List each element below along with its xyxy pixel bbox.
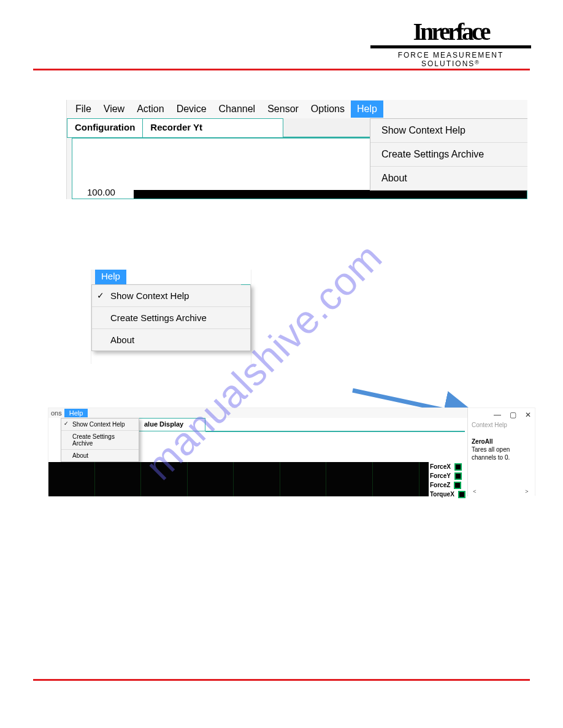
menu-action[interactable]: Action [131,100,170,118]
signal-legend: ForceX ForceY ForceZ TorqueX [429,462,467,499]
chart-strip [134,190,527,199]
scrollbar-track[interactable] [479,488,523,495]
divider-bottom [33,679,530,681]
swatch-icon [458,491,465,498]
close-icon[interactable]: ✕ [525,411,531,419]
submenu-about[interactable]: About [61,450,139,461]
check-icon: ✓ [64,420,69,427]
help-submenu: Show Context Help Create Settings Archiv… [370,118,527,191]
check-icon: ✓ [97,290,104,300]
swatch-icon [454,463,462,471]
menu-view[interactable]: View [98,100,131,118]
context-heading: ZeroAll [472,438,531,445]
screenshot-help-menu-checked: Help la ✓ Show Context Help Create Setti… [91,270,251,364]
menubar-wide: ons Help [48,408,535,418]
signal-forcez[interactable]: ForceZ [429,480,467,490]
submenu-about[interactable]: About [92,329,250,351]
submenu-show-context-help[interactable]: ✓ Show Context Help [92,285,250,307]
submenu-create-settings-archive[interactable]: Create Settings Archive [61,431,139,450]
menu-options-tail[interactable]: ons [48,409,64,417]
y-axis-value: 100.00 [87,187,115,197]
submenu-show-context-help[interactable]: Show Context Help [370,119,527,143]
swatch-icon [454,482,461,489]
submenu-show-context-help[interactable]: ✓ Show Context Help [61,419,139,431]
menu-help[interactable]: Help [64,409,88,417]
minimize-icon[interactable]: — [494,411,501,419]
menu-file[interactable]: File [69,100,98,118]
panel-title: Context Help [472,422,531,428]
scroll-right-icon[interactable]: > [523,488,531,495]
signal-torquex[interactable]: TorqueX [429,490,467,499]
screenshot-help-menu-full: File View Action Device Channel Sensor O… [66,100,527,199]
submenu-about[interactable]: About [370,167,527,190]
menu-help[interactable]: Help [351,100,383,118]
window-controls: — ▢ ✕ [472,411,531,419]
signal-forcex[interactable]: ForceX [429,462,467,471]
submenu-create-settings-archive[interactable]: Create Settings Archive [92,307,250,329]
context-help-panel: — ▢ ✕ Context Help ZeroAll Tares all ope… [467,408,535,496]
menu-sensor[interactable]: Sensor [261,100,305,118]
brand-wordmark: Inrerface [370,20,531,48]
swatch-icon [454,472,462,480]
chart-gridlines [48,462,465,496]
menu-options[interactable]: Options [305,100,351,118]
scroll-left-icon[interactable]: < [470,488,479,495]
screenshot-context-help-panel: ons Help ✓ Show Context Help Create Sett… [48,408,535,496]
tab-configuration[interactable]: Configuration [67,118,143,138]
menu-channel[interactable]: Channel [213,100,262,118]
maximize-icon[interactable]: ▢ [510,411,516,419]
menu-device[interactable]: Device [170,100,213,118]
tabs-underline [205,431,465,432]
brand-logo: Inrerface FORCE MEASUREMENT SOLUTIONS® [370,20,531,68]
brand-tagline: FORCE MEASUREMENT SOLUTIONS® [370,48,531,68]
signal-forcey[interactable]: ForceY [429,471,467,480]
tab-value-display[interactable]: alue Display [139,418,205,431]
menubar: File View Action Device Channel Sensor O… [67,100,527,118]
tab-recorder-yt[interactable]: Recorder Yt [142,118,283,138]
help-submenu: ✓ Show Context Help Create Settings Arch… [91,284,251,351]
context-body: Tares all open channels to 0. [472,446,531,461]
divider-top [33,69,530,70]
menubar-small: Help [91,270,251,284]
menu-help[interactable]: Help [95,270,126,284]
scrollbar[interactable]: < > [470,487,531,496]
help-submenu: ✓ Show Context Help Create Settings Arch… [61,418,139,462]
submenu-create-settings-archive[interactable]: Create Settings Archive [370,143,527,167]
